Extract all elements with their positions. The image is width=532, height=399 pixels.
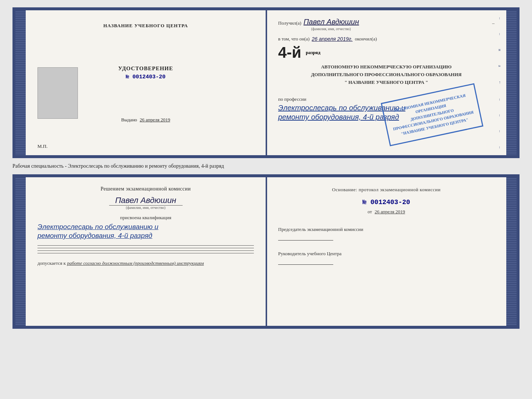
predsedatel-block: Председатель экзаменационной комиссии xyxy=(278,227,495,245)
document-container: НАЗВАНИЕ УЧЕБНОГО ЦЕНТРА УДОСТОВЕРЕНИЕ №… xyxy=(12,7,520,329)
qualification-line1: Электрослесарь по обслуживанию и xyxy=(37,223,254,231)
spine-right xyxy=(506,10,517,155)
vtom-date: 26 апреля 2019г. xyxy=(312,36,353,42)
rank-suffix: разряд xyxy=(306,50,320,56)
top-right-panel: Получил(а) Павел Авдюшин – (фамилия, имя… xyxy=(266,10,506,155)
profession-line1-top: Электрослесарь по обслуживанию и xyxy=(278,104,495,112)
rank-org-block: 4-й разряд АВТОНОМНУЮ НЕКОММЕРЧЕСКУЮ ОРГ… xyxy=(278,45,495,89)
rank-number: 4-й xyxy=(278,45,301,60)
doc-number-top: № 0012403-20 xyxy=(118,74,173,80)
ot-prefix: от xyxy=(367,209,372,214)
ot-line: от 26 апреля 2019 xyxy=(278,209,495,215)
org-line1: АВТОНОМНУЮ НЕКОММЕРЧЕСКУЮ ОРГАНИЗАЦИЮ xyxy=(278,63,495,71)
photo-placeholder xyxy=(37,67,78,119)
qualification-line2: ремонту оборудования, 4-й разряд xyxy=(37,232,254,240)
dopuskaetsya-block: допускается к работе согласно должностны… xyxy=(37,260,254,266)
org-line2: ДОПОЛНИТЕЛЬНОГО ПРОФЕССИОНАЛЬНОГО ОБРАЗО… xyxy=(278,71,495,79)
osnovanie-label: Основание: протокол экзаменационной коми… xyxy=(278,186,495,193)
spine-left-bottom xyxy=(15,177,26,326)
vtom-prefix: в том, что он(а) xyxy=(278,36,310,42)
vtom-line: в том, что он(а) 26 апреля 2019г. окончи… xyxy=(278,36,495,42)
bottom-right-panel: Основание: протокол экзаменационной коми… xyxy=(266,177,506,326)
recipient-name-bottom: Павел Авдюшин xyxy=(37,196,254,205)
poluchil-line: Получил(а) Павел Авдюшин – xyxy=(278,18,495,26)
blank-line-3 xyxy=(37,250,254,251)
poluchil-prefix: Получил(а) xyxy=(278,20,301,26)
recipient-name-top: Павел Авдюшин xyxy=(303,18,359,26)
blank-line-1 xyxy=(37,245,254,246)
learning-center-title: НАЗВАНИЕ УЧЕБНОГО ЦЕНТРА xyxy=(103,23,188,29)
right-bars-bottom: – – и а ← – – – – xyxy=(507,177,514,326)
osnov-number: № 0012403-20 xyxy=(278,199,495,206)
komissia-title: Решением экзаменационной комиссии xyxy=(37,186,254,192)
blank-line-2 xyxy=(37,248,254,248)
right-bars-top: – – и а ← – – – – xyxy=(497,10,503,155)
bottom-document: Решением экзаменационной комиссии Павел … xyxy=(12,174,520,329)
profession-line2-top: ремонту оборудования, 4-й разряд xyxy=(278,113,495,121)
okoncil-label: окончил(а) xyxy=(355,36,377,42)
name-sublabel-bottom: (фамилия, имя, отчество) xyxy=(37,206,254,210)
udostoverenie-label: УДОСТОВЕРЕНИЕ xyxy=(118,65,173,72)
dopuskaetsya-text: работе согласно должностным (производств… xyxy=(67,260,204,266)
name-sublabel-top: (фамилия, имя, отчество) xyxy=(311,27,495,31)
dopuskaetsya-prefix: допускается к xyxy=(37,260,66,266)
rukovoditel-block: Руководитель учебного Центра xyxy=(278,251,495,269)
vydano-date: 26 апреля 2019 xyxy=(140,117,170,122)
predsedatel-signature-line xyxy=(278,234,333,241)
bottom-name-block: Павел Авдюшин (фамилия, имя, отчество) xyxy=(37,196,254,210)
vydano-label: Выдано xyxy=(121,117,137,122)
rukovoditel-label: Руководитель учебного Центра xyxy=(278,251,495,257)
org-line3: " НАЗВАНИЕ УЧЕБНОГО ЦЕНТРА " xyxy=(278,79,495,86)
left-content: НАЗВАНИЕ УЧЕБНОГО ЦЕНТРА УДОСТОВЕРЕНИЕ №… xyxy=(37,23,254,123)
bottom-left-panel: Решением экзаменационной комиссии Павел … xyxy=(26,177,266,326)
blank-line-4 xyxy=(37,253,254,253)
predsedatel-label: Председатель экзаменационной комиссии xyxy=(278,227,495,232)
po-professii-label: по профессии xyxy=(278,96,495,102)
spine-left xyxy=(15,10,26,155)
mp-label: М.П. xyxy=(37,143,47,149)
middle-text: Рабочая специальность - Электрослесарь п… xyxy=(12,162,520,171)
rukovoditel-signature-line xyxy=(278,258,333,265)
org-block: АВТОНОМНУЮ НЕКОММЕРЧЕСКУЮ ОРГАНИЗАЦИЮ ДО… xyxy=(278,63,495,86)
prisvoena-label: присвоена квалификация xyxy=(37,215,254,221)
top-document: НАЗВАНИЕ УЧЕБНОГО ЦЕНТРА УДОСТОВЕРЕНИЕ №… xyxy=(12,7,520,158)
ot-date: 26 апреля 2019 xyxy=(375,209,405,214)
vydano-line: Выдано 26 апреля 2019 xyxy=(121,117,170,123)
top-left-panel: НАЗВАНИЕ УЧЕБНОГО ЦЕНТРА УДОСТОВЕРЕНИЕ №… xyxy=(26,10,266,155)
